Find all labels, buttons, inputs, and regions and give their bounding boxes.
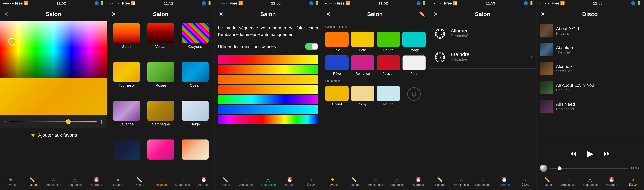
close-button-5[interactable]: ✕ [433,11,438,17]
ambiance-sunset2[interactable] [179,139,211,172]
edit-icon[interactable]: ✏️ [419,11,425,17]
tab-ambiances-6[interactable]: △ Ambiances [558,177,580,187]
tab-disco-5[interactable]: ♪ Disco [515,177,536,187]
gradient-bar-4[interactable] [218,85,318,94]
gradient-bar-6[interactable] [218,105,318,114]
color-pin[interactable] [8,38,15,46]
song-all-about-lovin[interactable]: All About Lovin' You Bon Jovi [536,78,644,97]
tab-alarmes-6[interactable]: ⏰ Alarmes [601,177,622,187]
hue-gradient[interactable] [0,21,107,78]
close-button-2[interactable]: ✕ [111,11,116,17]
tab-ambiances-3[interactable]: △ Ambiances [236,177,258,187]
swatch-voyage[interactable]: Voyage [402,32,426,52]
gradient-bar-5[interactable] [218,95,318,104]
ambiance-soleil[interactable]: Soleil [111,23,142,60]
tab-disco-6[interactable]: ♪ Disco [622,177,644,187]
tab-alarmes-2[interactable]: ⏰ Alarmes [193,177,214,187]
tab-sequences[interactable]: △ Séquences [64,177,86,187]
tab-palette-3[interactable]: ✏️ Palette [214,177,236,187]
tab-sequences-2[interactable]: △ Séquences [172,177,193,187]
color-picker-area[interactable]: ☀ ☀ ★ Ajouter aux favoris [0,21,107,173]
tab-ambiances-2[interactable]: △ Ambiances [150,177,172,187]
song-all-i-need[interactable]: All I Need Radiohead [536,97,644,116]
gradient-bar-1[interactable] [218,55,318,64]
nirvana-thumb [540,24,553,37]
song-info-2: Absolute The Fray [556,45,640,55]
tab-sequences-3[interactable]: △ Séquences [258,177,279,187]
tab-favoris-2[interactable]: ★ Favoris [107,177,129,187]
swatch-fete[interactable]: Fête [351,32,374,52]
ambiance-volcan[interactable]: Volcan [145,23,177,60]
tab-sequences-label-3: Séquences [260,183,276,187]
tab-disco-3[interactable]: ♪ Disco [300,177,322,187]
song-absolute[interactable]: Absolute The Fray [536,40,644,59]
tab-ambiances-label: Ambiances [46,183,61,187]
ambiance-crayons[interactable]: Crayons [179,23,211,60]
swatch-romance[interactable]: Romance [351,55,374,76]
song-alcoholic[interactable]: Alcoholic Starsailor [536,59,644,78]
tab-palette[interactable]: ✏️ Palette [22,177,43,187]
brightness-row[interactable]: ☀ ☀ [0,115,107,128]
tab-sequences-6[interactable]: △ Séquences [580,177,601,187]
ambiance-rosee[interactable]: Rosée [145,62,177,98]
rewind-button[interactable]: ⏮ [570,149,577,158]
tab-alarmes[interactable]: ⏰ Alarmes [86,177,107,187]
ambiance-tournesol[interactable]: Tournesol [111,62,142,98]
tab-ambiances[interactable]: △ Ambiances [43,177,64,187]
tab-sequences-5[interactable]: △ Séquences [472,177,494,187]
tab-palette-4[interactable]: ✏️ Palette [344,177,365,187]
swatch-joie[interactable]: Joie [325,32,348,52]
progress-track[interactable] [550,168,628,169]
power-area[interactable]: ⏻ [402,86,426,106]
swatch-pure[interactable]: Pure [402,55,426,76]
swatch-passion[interactable]: Passion [377,55,400,76]
tab-favoris-label-2: Favoris [113,183,123,187]
soft-transitions-toggle[interactable] [305,43,318,50]
tab-bar-6: ✏️ Palette △ Ambiances △ Séquences ⏰ Ala… [536,173,644,190]
close-button-3[interactable]: ✕ [219,11,223,17]
ambiance-moon[interactable] [111,139,142,172]
brightness-thumb[interactable] [66,119,70,124]
alarm-eteindre[interactable]: Éteindre Désactivé › [429,45,536,69]
campagne-thumb [148,101,174,121]
ambiance-pink[interactable] [145,139,177,172]
close-button-6[interactable]: ✕ [540,11,545,17]
tab-favoris[interactable]: ★ Favoris [0,177,22,187]
close-button[interactable]: ✕ [4,11,9,17]
close-button-4[interactable]: ✕ [326,11,331,17]
tab-ambiances-5[interactable]: △ Ambiances [451,177,472,187]
power-button[interactable]: ⏻ [407,87,421,101]
gradient-bar-7[interactable] [218,115,318,124]
tab-favoris-4[interactable]: ★ Favoris [322,177,344,187]
swatch-cosy[interactable]: Cosy [351,86,374,106]
gradient-bar-2[interactable] [218,65,318,74]
tab-alarmes-4[interactable]: ⏰ Alarmes [408,177,429,187]
campagne-label: Campagne [152,122,170,126]
seq-toggle-row[interactable]: Utiliser des transitions douces [218,43,318,50]
tab-alarmes-3[interactable]: ⏰ Alarmes [279,177,300,187]
fast-forward-button[interactable]: ⏭ [604,149,611,158]
tab-alarmes-5[interactable]: ⏰ Alarmes [494,177,515,187]
tab-palette-2[interactable]: ✏️ Palette [129,177,150,187]
ambiance-neige[interactable]: Neige [179,101,211,137]
add-favorite-row[interactable]: ★ Ajouter aux favoris [0,128,107,142]
play-button[interactable]: ▶ [587,148,594,158]
tab-sequences-4[interactable]: △ Séquences [386,177,408,187]
brightness-slider[interactable] [10,121,96,122]
ambiance-ocean[interactable]: Océan [179,62,211,98]
swatch-chaud[interactable]: Chaud [325,86,348,106]
tab-palette-6[interactable]: ✏️ Palette [536,177,558,187]
swatch-reve[interactable]: Rêve [325,55,348,76]
tab-ambiances-4[interactable]: △ Ambiances [365,177,386,187]
song-about-a-girl[interactable]: About A Girl Nirvana [536,21,644,40]
progress-thumb[interactable] [558,166,562,170]
ambiance-grid: Soleil Volcan Crayons Tournesol Rosée Oc… [107,21,214,173]
ambiance-lavande[interactable]: Lavande [111,101,142,137]
ambiance-campagne[interactable]: Campagne [145,101,177,137]
gradient-bar-3[interactable] [218,75,318,84]
swatch-nature[interactable]: Nature [377,32,400,52]
swatch-neutre[interactable]: Neutre [377,86,400,106]
tab-palette-5[interactable]: ✏️ Palette [429,177,451,187]
alarm-allumer[interactable]: Allumer Désactivé › [429,21,536,45]
tab-ambiances-label-2: Ambiances [154,183,168,187]
